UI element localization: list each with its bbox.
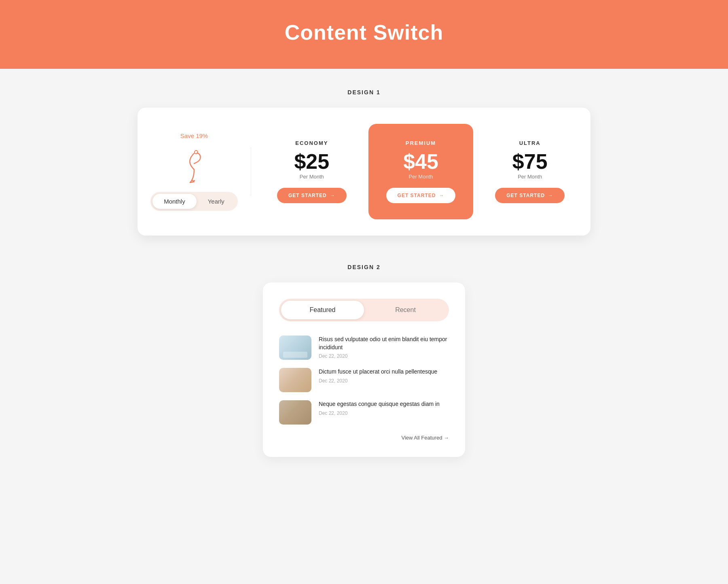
premium-plan: PREMIUM $45 Per Month GET STARTED →: [368, 124, 474, 219]
economy-plan: ECONOMY $25 Per Month GET STARTED →: [263, 128, 360, 215]
article-title-3: Neque egestas congue quisque egestas dia…: [319, 400, 440, 408]
list-item[interactable]: Neque egestas congue quisque egestas dia…: [279, 400, 449, 425]
pricing-card: Save 19% Monthly Yearly: [138, 108, 590, 236]
featured-tab-btn[interactable]: Featured: [281, 301, 364, 319]
svg-point-0: [195, 151, 198, 154]
economy-plan-period: Per Month: [271, 174, 352, 180]
article-date-1: Dec 22, 2020: [319, 353, 449, 359]
save-label: Save 19%: [180, 132, 208, 139]
article-title-1: Risus sed vulputate odio ut enim blandit…: [319, 336, 449, 351]
flamingo-icon: [180, 147, 208, 184]
plans-container: ECONOMY $25 Per Month GET STARTED → PREM…: [263, 124, 578, 219]
article-list: Risus sed vulputate odio ut enim blandit…: [279, 336, 449, 425]
ultra-plan-period: Per Month: [489, 174, 570, 180]
page-title: Content Switch: [0, 20, 728, 45]
monthly-toggle-btn[interactable]: Monthly: [152, 194, 197, 209]
premium-plan-name: PREMIUM: [381, 140, 461, 146]
view-all-link[interactable]: View All Featured →: [279, 435, 449, 441]
ultra-plan-name: ULTRA: [489, 140, 570, 146]
economy-plan-price: $25: [271, 151, 352, 172]
premium-plan-period: Per Month: [381, 174, 461, 180]
ultra-plan: ULTRA $75 Per Month GET STARTED →: [481, 128, 578, 215]
premium-plan-price: $45: [381, 151, 461, 172]
list-item[interactable]: Dictum fusce ut placerat orci nulla pell…: [279, 368, 449, 392]
site-header: Content Switch: [0, 0, 728, 69]
economy-get-started-btn[interactable]: GET STARTED →: [277, 188, 347, 203]
article-thumbnail-2: [279, 368, 311, 392]
toggle-side: Save 19% Monthly Yearly: [150, 132, 239, 211]
design1-label: DESIGN 1: [138, 89, 590, 96]
article-date-2: Dec 22, 2020: [319, 378, 437, 384]
yearly-toggle-btn[interactable]: Yearly: [197, 194, 236, 209]
ultra-plan-price: $75: [489, 151, 570, 172]
billing-toggle[interactable]: Monthly Yearly: [150, 192, 238, 211]
article-thumbnail-1: [279, 336, 311, 360]
list-item[interactable]: Risus sed vulputate odio ut enim blandit…: [279, 336, 449, 360]
design2-label: DESIGN 2: [138, 264, 590, 270]
article-text-1: Risus sed vulputate odio ut enim blandit…: [319, 336, 449, 359]
premium-get-started-btn[interactable]: GET STARTED →: [386, 188, 456, 203]
article-text-3: Neque egestas congue quisque egestas dia…: [319, 400, 440, 416]
economy-plan-name: ECONOMY: [271, 140, 352, 146]
design2-section: DESIGN 2 Featured Recent Risus sed vulpu…: [138, 264, 590, 457]
content-tab-toggle[interactable]: Featured Recent: [279, 299, 449, 321]
content-card: Featured Recent Risus sed vulputate odio…: [263, 282, 465, 457]
recent-tab-btn[interactable]: Recent: [364, 301, 447, 319]
article-thumbnail-3: [279, 400, 311, 425]
ultra-get-started-btn[interactable]: GET STARTED →: [495, 188, 565, 203]
main-content: DESIGN 1 Save 19% Monthly Yearly: [121, 69, 607, 505]
article-title-2: Dictum fusce ut placerat orci nulla pell…: [319, 368, 437, 376]
article-date-3: Dec 22, 2020: [319, 410, 440, 416]
article-text-2: Dictum fusce ut placerat orci nulla pell…: [319, 368, 437, 384]
pricing-divider: [251, 147, 251, 196]
design1-section: DESIGN 1 Save 19% Monthly Yearly: [138, 89, 590, 236]
